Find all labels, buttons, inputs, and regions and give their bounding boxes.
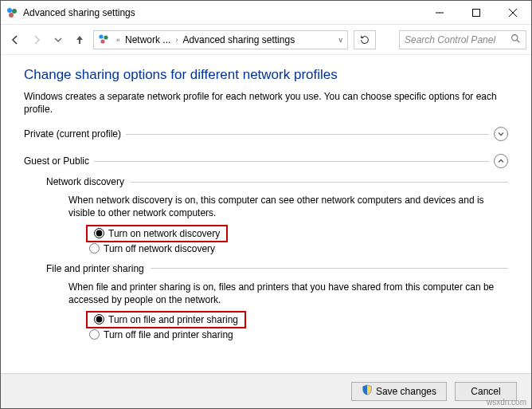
section-guest-header[interactable]: Guest or Public	[24, 154, 508, 168]
crumb-chevron: ›	[174, 36, 179, 44]
window-title: Advanced sharing settings	[23, 7, 135, 18]
radio-nd-on-input[interactable]	[94, 228, 104, 238]
title-bar: Advanced sharing settings	[1, 1, 531, 25]
window-controls	[421, 1, 531, 25]
network-icon	[97, 33, 111, 47]
section-private-header[interactable]: Private (current profile)	[24, 127, 508, 141]
content-pane: Change sharing options for different net…	[2, 56, 530, 373]
maximize-button[interactable]	[458, 1, 495, 25]
radio-nd-on[interactable]: Turn on network discovery	[91, 227, 223, 240]
network-discovery-label: Network discovery	[46, 176, 124, 187]
breadcrumb-network[interactable]: Network ...	[125, 34, 170, 45]
address-dropdown[interactable]: v	[338, 36, 345, 44]
forward-button[interactable]	[27, 30, 46, 49]
close-button[interactable]	[495, 1, 531, 25]
minimize-button[interactable]	[421, 1, 458, 25]
network-discovery-options: Turn on network discovery Turn off netwo…	[86, 225, 508, 255]
radio-nd-on-label: Turn on network discovery	[108, 228, 220, 239]
file-printer-desc: When file and printer sharing is on, fil…	[68, 281, 508, 306]
watermark: wsxdn.com	[487, 398, 526, 407]
section-guest-label: Guest or Public	[24, 155, 94, 167]
svg-line-11	[517, 40, 519, 42]
cancel-label: Cancel	[471, 386, 500, 397]
search-input[interactable]: Search Control Panel	[399, 30, 526, 49]
refresh-button[interactable]	[354, 30, 376, 49]
svg-point-9	[100, 39, 104, 43]
footer-bar: Save changes Cancel	[1, 373, 531, 408]
crumb-sep: «	[115, 36, 122, 44]
chevron-up-icon[interactable]	[494, 154, 508, 168]
radio-fp-off-label: Turn off file and printer sharing	[104, 329, 233, 340]
svg-point-0	[7, 8, 12, 13]
radio-nd-off-label: Turn off network discovery	[104, 243, 215, 254]
svg-point-1	[12, 9, 17, 14]
file-printer-options: Turn on file and printer sharing Turn of…	[86, 311, 508, 341]
nav-bar: « Network ... › Advanced sharing setting…	[1, 25, 531, 55]
page-subtext: Windows creates a separate network profi…	[24, 91, 508, 116]
svg-rect-4	[473, 9, 480, 16]
svg-point-10	[512, 34, 518, 40]
highlight-box-2: Turn on file and printer sharing	[86, 311, 246, 328]
recent-dropdown[interactable]	[49, 30, 68, 49]
up-button[interactable]	[70, 30, 89, 49]
back-button[interactable]	[6, 30, 25, 49]
radio-fp-off-input[interactable]	[89, 329, 100, 340]
svg-point-7	[99, 34, 103, 38]
radio-fp-on-label: Turn on file and printer sharing	[108, 314, 238, 325]
radio-fp-on[interactable]: Turn on file and printer sharing	[91, 313, 241, 326]
svg-point-2	[9, 13, 14, 18]
highlight-box: Turn on network discovery	[86, 225, 228, 242]
radio-nd-off[interactable]: Turn off network discovery	[86, 242, 508, 255]
network-discovery-header: Network discovery	[46, 176, 508, 187]
radio-fp-off[interactable]: Turn off file and printer sharing	[86, 328, 508, 341]
file-printer-header: File and printer sharing	[46, 263, 508, 274]
shield-icon	[362, 384, 373, 398]
file-printer-label: File and printer sharing	[46, 263, 144, 274]
page-heading: Change sharing options for different net…	[24, 67, 508, 83]
radio-nd-off-input[interactable]	[89, 243, 100, 254]
search-placeholder: Search Control Panel	[405, 34, 495, 45]
svg-point-8	[104, 35, 108, 39]
breadcrumb-current[interactable]: Advanced sharing settings	[182, 34, 295, 45]
app-icon	[6, 6, 18, 19]
search-icon	[510, 33, 521, 46]
section-private-label: Private (current profile)	[24, 128, 126, 140]
address-bar[interactable]: « Network ... › Advanced sharing setting…	[93, 30, 348, 49]
chevron-down-icon[interactable]	[494, 127, 508, 141]
radio-fp-on-input[interactable]	[94, 314, 104, 324]
save-changes-button[interactable]: Save changes	[351, 382, 447, 401]
save-changes-label: Save changes	[376, 386, 436, 397]
network-discovery-desc: When network discovery is on, this compu…	[68, 194, 508, 219]
